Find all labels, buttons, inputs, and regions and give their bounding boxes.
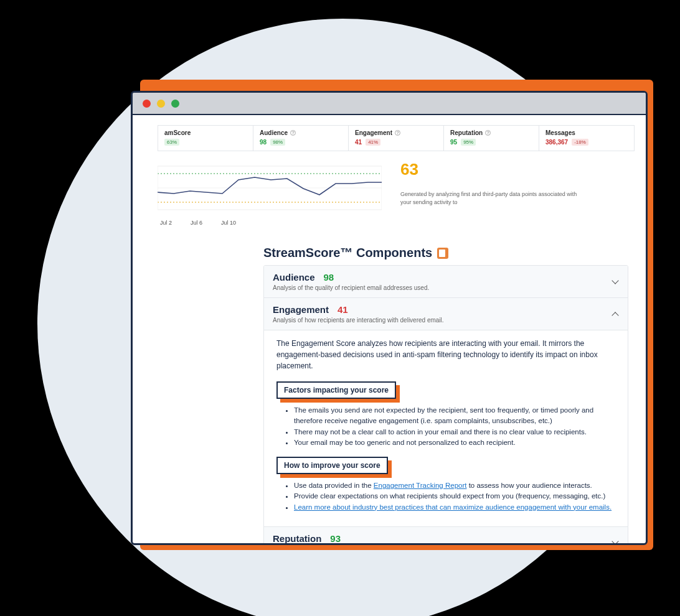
- kpi-reputation[interactable]: Reputation? 9595%: [444, 125, 539, 151]
- info-icon[interactable]: ?: [395, 130, 400, 136]
- score-description: Generated by analyzing first and third-p…: [400, 190, 587, 206]
- accordion-subtitle: Analysis of how recipients are interacti…: [273, 317, 444, 324]
- components-heading: StreamScore™ Components: [263, 246, 628, 260]
- kpi-pill: -18%: [572, 139, 588, 146]
- kpi-label: amScore: [164, 129, 191, 136]
- factor-item: There may not be a clear call to action …: [294, 427, 615, 437]
- notebook-icon: [437, 248, 448, 259]
- chart-svg: [158, 160, 382, 216]
- components-title-text: StreamScore™ Components: [263, 246, 432, 260]
- kpi-value: 95: [450, 139, 457, 146]
- chevron-up-icon: [612, 310, 619, 318]
- kpi-label: Reputation: [450, 129, 483, 136]
- factors-callout: Factors impacting your score: [276, 381, 396, 399]
- content-area: amScore 63% Audience? 9898% Engagement? …: [133, 115, 646, 543]
- tick: Jul 6: [191, 220, 202, 226]
- info-icon[interactable]: ?: [290, 130, 296, 136]
- accordion-score: 93: [330, 533, 341, 543]
- accordion-title: Reputation: [273, 533, 321, 543]
- chevron-down-icon: [612, 539, 619, 543]
- kpi-label: Engagement: [355, 129, 392, 136]
- components-panel: StreamScore™ Components Audience 98 Anal…: [263, 246, 628, 543]
- overall-score: 63: [400, 160, 635, 179]
- components-accordion: Audience 98 Analysis of the quality of r…: [263, 265, 628, 543]
- kpi-pill: 63%: [164, 139, 179, 146]
- kpi-pill: 41%: [366, 139, 380, 146]
- accordion-score: 98: [324, 272, 334, 282]
- factor-item: The emails you send are not expected by …: [294, 405, 615, 427]
- kpi-value: 98: [260, 139, 267, 146]
- factor-item: Your email may be too generic and not pe…: [294, 437, 615, 448]
- kpi-messages[interactable]: Messages 386,367-18%: [539, 125, 635, 151]
- chart-x-ticks: Jul 2 Jul 6 Jul 10: [158, 220, 382, 226]
- kpi-row: amScore 63% Audience? 9898% Engagement? …: [133, 115, 646, 151]
- factors-list: The emails you send are not expected by …: [276, 405, 615, 448]
- maximize-icon[interactable]: [171, 100, 179, 108]
- chevron-down-icon: [612, 278, 619, 286]
- accordion-engagement[interactable]: Engagement 41 Analysis of how recipients…: [264, 298, 628, 330]
- improve-item: Use data provided in the Engagement Trac…: [294, 480, 615, 491]
- improve-item: Provide clear expectations on what recip…: [294, 491, 615, 502]
- accordion-engagement-body: The Engagement Score analyzes how recipi…: [264, 330, 628, 527]
- kpi-engagement[interactable]: Engagement? 4141%: [349, 125, 444, 151]
- factors-heading: Factors impacting your score: [276, 381, 396, 399]
- improve-heading: How to improve your score: [276, 457, 388, 474]
- accordion-title: Audience: [273, 272, 315, 282]
- accordion-reputation[interactable]: Reputation 93 Analysis of feedback recei…: [264, 527, 628, 543]
- accordion-score: 41: [338, 304, 348, 315]
- kpi-label: Audience: [260, 129, 288, 136]
- improve-item: Learn more about industry best practices…: [294, 502, 615, 513]
- info-icon[interactable]: ?: [485, 130, 491, 136]
- engagement-intro: The Engagement Score analyzes how recipi…: [276, 338, 615, 371]
- app-window: amScore 63% Audience? 9898% Engagement? …: [131, 91, 648, 545]
- tick: Jul 10: [221, 220, 236, 226]
- kpi-pill: 95%: [461, 139, 476, 146]
- kpi-audience[interactable]: Audience? 9898%: [253, 125, 349, 151]
- improve-list: Use data provided in the Engagement Trac…: [276, 480, 615, 513]
- accordion-subtitle: Analysis of the quality of recipient ema…: [273, 284, 429, 291]
- best-practices-link[interactable]: Learn more about industry best practices…: [294, 503, 612, 511]
- kpi-value: 386,367: [545, 139, 568, 146]
- kpi-value: 41: [355, 139, 362, 146]
- accordion-audience[interactable]: Audience 98 Analysis of the quality of r…: [264, 266, 628, 298]
- tick: Jul 2: [160, 220, 172, 226]
- close-icon[interactable]: [143, 100, 151, 108]
- engagement-tracking-link[interactable]: Engagement Tracking Report: [374, 482, 467, 489]
- chart-area: Jul 2 Jul 6 Jul 10 63 Generated by analy…: [158, 160, 635, 226]
- improve-callout: How to improve your score: [276, 457, 388, 474]
- kpi-pill: 98%: [270, 139, 285, 146]
- score-detail: 63 Generated by analyzing first and thir…: [400, 160, 635, 226]
- accordion-title: Engagement: [273, 304, 329, 315]
- kpi-streamscore[interactable]: amScore 63%: [158, 125, 253, 151]
- window-titlebar: [133, 93, 646, 115]
- trend-chart: Jul 2 Jul 6 Jul 10: [158, 160, 382, 226]
- kpi-label: Messages: [545, 129, 575, 136]
- minimize-icon[interactable]: [157, 100, 165, 108]
